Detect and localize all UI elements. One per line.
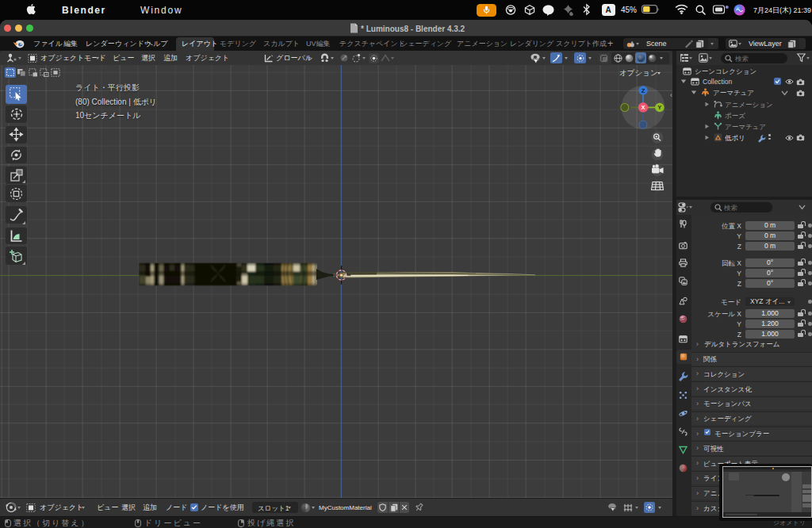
svg-text:Z: Z: [642, 87, 645, 94]
svg-text:Y: Y: [657, 104, 661, 111]
svg-text:X: X: [641, 104, 645, 111]
